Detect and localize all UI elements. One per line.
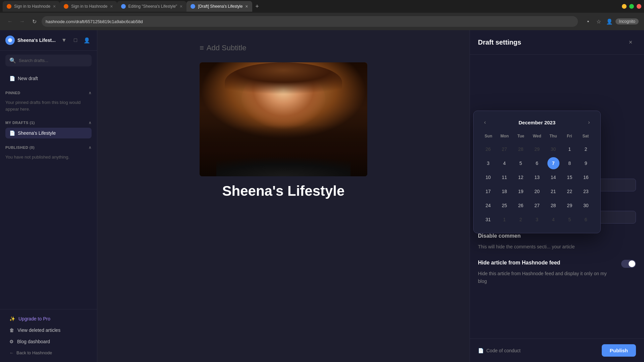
cal-cell-28[interactable]: 28 (545, 199, 561, 212)
search-box[interactable]: 🔍 (5, 55, 92, 66)
url-bar[interactable]: hashnode.com/draft/657125b819c1a9abc6cab… (42, 16, 578, 27)
forward-button[interactable]: → (17, 17, 27, 26)
bookmark-icon[interactable]: ☆ (594, 17, 603, 26)
sidebar-header: Sheena's Lifest... ▼ □ 👤 (0, 30, 97, 51)
blog-dashboard-item[interactable]: ⚙ Blog dashboard (5, 336, 92, 347)
hide-feed-label: Hide article from Hashnode feed (478, 260, 616, 266)
cal-cell-6-next[interactable]: 6 (578, 213, 594, 226)
cal-cell-31[interactable]: 31 (480, 213, 496, 226)
cal-cell-29-prev[interactable]: 29 (529, 142, 545, 156)
new-tab-icon[interactable]: □ (71, 36, 80, 45)
hide-feed-toggle[interactable] (621, 260, 636, 268)
add-subtitle-button[interactable]: ≡ Add Subtitle (200, 44, 367, 52)
back-to-hashnode[interactable]: ← Back to Hashnode (5, 348, 92, 358)
code-of-conduct-button[interactable]: 📄 Code of conduct (478, 348, 521, 353)
cal-cell-27[interactable]: 27 (529, 199, 545, 212)
calendar-next-button[interactable]: › (584, 118, 594, 127)
cal-cell-22[interactable]: 22 (562, 185, 578, 198)
incognito-badge: Incognito (615, 18, 639, 24)
close-settings-button[interactable]: × (625, 37, 636, 48)
cal-cell-3-next[interactable]: 3 (529, 213, 545, 226)
maximize-button[interactable] (629, 4, 634, 9)
cal-cell-18[interactable]: 18 (497, 185, 513, 198)
cal-cell-2[interactable]: 2 (578, 142, 594, 156)
new-draft-button[interactable]: 📄 New draft (5, 73, 92, 84)
cal-cell-15[interactable]: 15 (562, 171, 578, 184)
back-label: Back to Hashnode (16, 350, 52, 355)
search-icon: 🔍 (9, 57, 16, 64)
settings-footer: 📄 Code of conduct Publish (470, 339, 644, 362)
draft-settings-panel: Draft settings × ‹ December 2023 › Sun M… (470, 30, 644, 362)
cal-cell-6[interactable]: 6 (529, 157, 545, 170)
cal-cell-10[interactable]: 10 (480, 171, 496, 184)
cal-cell-21[interactable]: 21 (545, 185, 561, 198)
cal-cell-14[interactable]: 14 (545, 171, 561, 184)
upgrade-to-pro-item[interactable]: ✨ Upgrade to Pro (5, 313, 92, 324)
tab-3[interactable]: Editing "Sheena's Lifestyle" × (117, 1, 187, 12)
cal-cell-5-next[interactable]: 5 (562, 213, 578, 226)
reload-button[interactable]: ↻ (30, 17, 39, 26)
pinned-empty-text: Your pinned drafts from this blog would … (5, 98, 92, 114)
cast-icon[interactable]: ▪ (583, 17, 593, 26)
drafts-section-header[interactable]: MY DRAFTS (1) ∧ (5, 119, 92, 126)
cal-cell-26-prev[interactable]: 26 (480, 142, 496, 156)
published-section: PUBLISHED (0) ∧ You have not published a… (0, 141, 97, 165)
cal-cell-1-next[interactable]: 1 (497, 213, 513, 226)
settings-header: Draft settings × (470, 30, 644, 55)
cal-cell-17[interactable]: 17 (480, 185, 496, 198)
cal-cell-7-selected[interactable]: 7 (547, 157, 559, 169)
tab-close-4[interactable]: × (245, 4, 248, 9)
dashboard-label: Blog dashboard (17, 339, 50, 344)
publish-button[interactable]: Publish (602, 344, 636, 357)
pinned-section-header[interactable]: PINNED ∧ (5, 89, 92, 97)
day-name-wed: Wed (529, 132, 545, 140)
calendar-prev-button[interactable]: ‹ (480, 118, 490, 127)
cal-cell-30-prev[interactable]: 30 (545, 142, 561, 156)
tab-close-3[interactable]: × (180, 4, 182, 9)
cal-cell-16[interactable]: 16 (578, 171, 594, 184)
cal-cell-29[interactable]: 29 (562, 199, 578, 212)
tab-2[interactable]: Sign in to Hashnode × (60, 1, 117, 12)
view-deleted-articles-item[interactable]: 🗑 View deleted articles (5, 325, 92, 336)
tab-close-2[interactable]: × (110, 4, 113, 9)
cal-cell-23[interactable]: 23 (578, 185, 594, 198)
profile-icon[interactable]: 👤 (605, 17, 614, 26)
new-tab-button[interactable]: + (252, 1, 262, 11)
cal-cell-4-next[interactable]: 4 (545, 213, 561, 226)
team-icon[interactable]: 👤 (82, 36, 92, 45)
code-conduct-label: Code of conduct (486, 348, 521, 353)
cal-cell-26[interactable]: 26 (513, 199, 529, 212)
calendar-popup: ‹ December 2023 › Sun Mon Tue Wed Thu Fr… (473, 111, 601, 233)
minimize-button[interactable] (622, 4, 627, 9)
published-section-header[interactable]: PUBLISHED (0) ∧ (5, 144, 92, 151)
close-button[interactable] (637, 4, 641, 9)
cal-cell-5[interactable]: 5 (513, 157, 529, 170)
app: Sheena's Lifest... ▼ □ 👤 🔍 📄 New draft P… (0, 30, 644, 362)
cal-cell-13[interactable]: 13 (529, 171, 545, 184)
cal-cell-25[interactable]: 25 (497, 199, 513, 212)
dropdown-button[interactable]: ▼ (59, 36, 69, 45)
cal-cell-19[interactable]: 19 (513, 185, 529, 198)
search-input[interactable] (19, 58, 88, 63)
cal-cell-27-prev[interactable]: 27 (497, 142, 513, 156)
back-button[interactable]: ← (5, 17, 15, 26)
hide-feed-text: Hide article from Hashnode feed Hide thi… (478, 260, 616, 285)
cal-cell-24[interactable]: 24 (480, 199, 496, 212)
cal-cell-20[interactable]: 20 (529, 185, 545, 198)
cal-cell-1[interactable]: 1 (562, 142, 578, 156)
pinned-section: PINNED ∧ Your pinned drafts from this bl… (0, 86, 97, 116)
tab-favicon-2 (64, 4, 68, 9)
cal-cell-28-prev[interactable]: 28 (513, 142, 529, 156)
tab-close-1[interactable]: × (53, 4, 56, 9)
cal-cell-8[interactable]: 8 (562, 157, 578, 170)
cal-cell-11[interactable]: 11 (497, 171, 513, 184)
cal-cell-2-next[interactable]: 2 (513, 213, 529, 226)
cal-cell-12[interactable]: 12 (513, 171, 529, 184)
tab-4[interactable]: [Draft] Sheena's Lifestyle × (186, 1, 252, 12)
tab-1[interactable]: Sign in to Hashnode × (3, 1, 60, 12)
draft-item-sheenas-lifestyle[interactable]: 📄 Sheena's Lifestyle (5, 128, 92, 138)
cal-cell-9[interactable]: 9 (578, 157, 594, 170)
cal-cell-4[interactable]: 4 (497, 157, 513, 170)
cal-cell-3[interactable]: 3 (480, 157, 496, 170)
cal-cell-30[interactable]: 30 (578, 199, 594, 212)
